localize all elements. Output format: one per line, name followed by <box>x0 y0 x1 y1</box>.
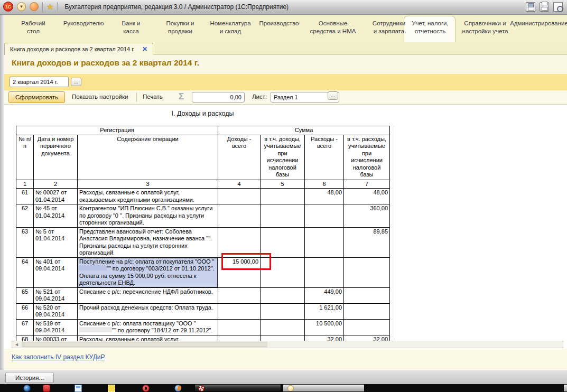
row-number-cell[interactable]: 63 <box>16 227 34 257</box>
expense-tax-cell[interactable]: 32,00 <box>344 335 390 341</box>
content-cell[interactable]: Расходы, связанные с оплатой услуг, <box>78 335 218 341</box>
column-header[interactable]: № п/п <box>16 135 34 180</box>
income-tax-cell[interactable] <box>261 319 305 335</box>
table-row[interactable]: 67№ 519 от 09.04.2014Списание с р/с: опл… <box>16 319 390 335</box>
income-tax-cell[interactable] <box>261 189 305 204</box>
column-number[interactable]: 7 <box>344 180 390 189</box>
content-cell[interactable]: Поступление на р/с: оплата от покупателя… <box>78 257 218 287</box>
income-total-cell[interactable] <box>218 335 261 341</box>
row-number-cell[interactable]: 66 <box>16 303 34 319</box>
taskbar-window-button-candy[interactable] <box>194 384 281 392</box>
content-cell[interactable]: Списание с р/с: перечисление НДФЛ работн… <box>78 287 218 303</box>
content-cell[interactable]: Прочий расход денежных средств: Оплата т… <box>78 303 218 319</box>
column-number[interactable]: 5 <box>261 180 305 189</box>
opera-icon[interactable] <box>142 385 150 392</box>
expense-tax-cell[interactable] <box>344 303 390 319</box>
print-button[interactable]: Печать <box>143 94 163 100</box>
section-tab[interactable]: Справочники и настройки учета <box>462 20 508 35</box>
document-cell[interactable]: № 401 от 09.04.2014 <box>34 257 78 287</box>
content-cell[interactable]: Контрагентом "ИП Плюснин С.В." оказаны у… <box>78 204 218 228</box>
income-total-cell[interactable] <box>218 287 261 303</box>
1c-logo-icon[interactable]: 1С <box>3 2 13 12</box>
expense-total-cell[interactable] <box>305 204 344 228</box>
display-app-icon[interactable] <box>75 385 82 392</box>
income-total-cell[interactable] <box>218 319 261 335</box>
expense-tax-cell[interactable]: 360,00 <box>344 204 390 228</box>
income-tax-cell[interactable] <box>261 303 305 319</box>
save-icon[interactable] <box>526 2 535 12</box>
document-cell[interactable]: № 5 от 01.04.2014 <box>34 227 78 257</box>
content-cell[interactable]: Представлен авансовый отчет: Соболева Ан… <box>78 227 218 257</box>
section-tab[interactable]: Основные средства и НМА <box>310 20 356 35</box>
help-link[interactable]: Как заполнить IV раздел КУДиР <box>12 353 105 361</box>
service-menu-icon[interactable] <box>30 2 39 11</box>
expense-tax-cell[interactable] <box>344 257 390 287</box>
table-row[interactable]: 66№ 520 от 09.04.2014Прочий расход денеж… <box>16 303 390 319</box>
section-tab[interactable]: Банк и касса <box>122 20 141 35</box>
row-number-cell[interactable]: 68 <box>16 335 34 341</box>
history-button[interactable]: История... <box>5 372 54 383</box>
section-tab[interactable]: Рабочий стол <box>21 20 45 35</box>
row-number-cell[interactable]: 61 <box>16 189 34 204</box>
document-cell[interactable]: № 45 от 01.04.2014 <box>34 204 78 228</box>
print-preview-icon[interactable] <box>553 2 563 12</box>
expense-total-cell[interactable]: 449,00 <box>305 287 344 303</box>
document-cell[interactable]: № 521 от 09.04.2014 <box>34 287 78 303</box>
row-number-cell[interactable]: 62 <box>16 204 34 228</box>
column-header[interactable]: Доходы - всего <box>218 135 261 180</box>
header-registration[interactable]: Регистрация <box>16 126 218 135</box>
table-row[interactable]: 68№ 00033 отРасходы, связанные с оплатой… <box>16 335 390 341</box>
row-number-cell[interactable]: 65 <box>16 287 34 303</box>
section-tab[interactable]: Администрирование <box>510 20 567 27</box>
row-number-cell[interactable]: 64 <box>16 257 34 287</box>
section-tab[interactable]: Сотрудники и зарплата <box>373 20 405 35</box>
scrollbar-thumb[interactable] <box>22 342 267 347</box>
column-number[interactable]: 2 <box>34 180 78 189</box>
document-tab[interactable]: Книга доходов и расходов за 2 квартал 20… <box>4 43 153 55</box>
table-row[interactable]: 61№ 00027 от 01.04.2014Расходы, связанны… <box>16 189 390 204</box>
column-number[interactable]: 6 <box>305 180 344 189</box>
section-tab[interactable]: Номенклатура и склад <box>210 20 250 35</box>
section-tab[interactable]: Производство <box>259 20 299 27</box>
income-tax-cell[interactable] <box>261 287 305 303</box>
column-header[interactable]: Расходы - всего <box>305 135 344 180</box>
document-cell[interactable]: № 00033 от <box>34 335 78 341</box>
stamp-app-icon[interactable] <box>108 385 115 392</box>
table-row[interactable]: 63№ 5 от 01.04.2014Представлен авансовый… <box>16 227 390 257</box>
header-sum[interactable]: Сумма <box>218 126 390 135</box>
expense-tax-cell[interactable] <box>344 319 390 335</box>
income-total-cell[interactable] <box>218 303 261 319</box>
sheet-picker-button[interactable]: ... <box>328 91 338 100</box>
column-header[interactable]: Дата и номер первичного документа <box>34 135 78 180</box>
sum-field[interactable]: 0,00 <box>192 92 245 102</box>
red-app-icon[interactable] <box>43 385 50 392</box>
content-cell[interactable]: Списание с р/с: оплата поставщику "ООО "… <box>78 319 218 335</box>
favorites-star-icon[interactable]: ★ <box>47 2 53 11</box>
income-tax-cell[interactable] <box>261 335 305 341</box>
section-tab[interactable]: Руководителю <box>63 20 104 27</box>
section-tab[interactable]: Покупки и продажи <box>166 20 194 35</box>
row-number-cell[interactable]: 67 <box>16 319 34 335</box>
content-cell[interactable]: Расходы, связанные с оплатой услуг, оказ… <box>78 189 218 204</box>
income-total-cell[interactable] <box>218 189 261 204</box>
expense-total-cell[interactable] <box>305 227 344 257</box>
table-row[interactable]: 62№ 45 от 01.04.2014Контрагентом "ИП Плю… <box>16 204 390 228</box>
expense-total-cell[interactable]: 48,00 <box>305 189 344 204</box>
document-cell[interactable]: № 520 от 09.04.2014 <box>34 303 78 319</box>
expense-total-cell[interactable]: 10 500,00 <box>305 319 344 335</box>
expense-total-cell[interactable]: 32,00 <box>305 335 344 341</box>
expense-tax-cell[interactable]: 48,00 <box>344 189 390 204</box>
expense-total-cell[interactable]: 1 621,00 <box>305 303 344 319</box>
column-header[interactable]: Содержание операции <box>78 135 218 180</box>
taskbar-window-button-1c[interactable] <box>283 384 365 392</box>
column-number[interactable]: 4 <box>218 180 261 189</box>
column-header[interactable]: в т.ч. доходы, учитываемые при исчислени… <box>261 135 305 180</box>
column-number[interactable]: 1 <box>16 180 34 189</box>
column-header[interactable]: в т.ч. расходы, учитываемые при исчислен… <box>344 135 390 180</box>
chevron-down-icon[interactable]: ▼ <box>17 2 26 11</box>
table-row[interactable]: 65№ 521 от 09.04.2014Списание с р/с: пер… <box>16 287 390 303</box>
expense-tax-cell[interactable]: 89,85 <box>344 227 390 257</box>
period-input[interactable]: 2 квартал 2014 г. <box>10 77 69 87</box>
expense-tax-cell[interactable] <box>344 287 390 303</box>
generate-button[interactable]: Сформировать <box>8 91 65 103</box>
